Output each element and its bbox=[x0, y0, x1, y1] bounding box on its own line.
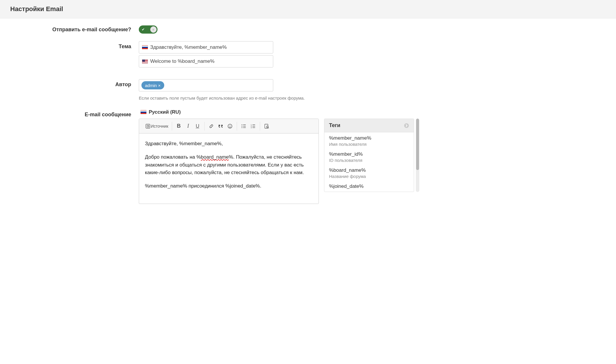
editor: Источник B I U bbox=[139, 119, 319, 204]
list-ul-icon bbox=[241, 124, 246, 129]
svg-point-2 bbox=[229, 125, 229, 126]
numbered-list-button[interactable]: 123 bbox=[249, 121, 257, 131]
scrollbar-thumb[interactable] bbox=[416, 119, 419, 170]
editor-paragraph: Добро пожаловать на %board_name%. Пожалу… bbox=[145, 153, 313, 176]
editor-content[interactable]: Здравствуйте, %member_name%, Добро пожал… bbox=[139, 134, 319, 204]
flag-us-icon bbox=[142, 59, 148, 63]
quote-button[interactable] bbox=[216, 121, 225, 131]
subject-input-ru[interactable]: Здравствуйте, %member_name% bbox=[139, 41, 273, 53]
tag-item[interactable]: %member_id% ID пользователя bbox=[324, 148, 414, 164]
preview-button[interactable] bbox=[262, 121, 271, 131]
send-email-label: Отправить e-mail сообщение? bbox=[10, 24, 139, 33]
toggle-knob: ≡ bbox=[150, 26, 157, 33]
send-email-toggle[interactable]: ✔ ≡ bbox=[139, 25, 158, 34]
subject-input-en[interactable]: Welcome to %board_name% bbox=[139, 55, 273, 67]
author-hint: Если оставить поле пустым будет использо… bbox=[139, 96, 419, 100]
source-icon bbox=[146, 124, 150, 129]
subject-label: Тема bbox=[10, 41, 139, 50]
section-header: Настройки Email bbox=[0, 0, 616, 18]
message-label: E-mail сообщение bbox=[10, 109, 139, 118]
tags-panel: Теги %member_name% Имя пользователя %mem… bbox=[324, 119, 419, 192]
flag-ru-icon bbox=[142, 45, 148, 49]
emoji-button[interactable] bbox=[226, 121, 234, 131]
chevron-right-icon bbox=[404, 123, 409, 128]
tags-header[interactable]: Теги bbox=[324, 119, 414, 132]
editor-paragraph: Здравствуйте, %member_name%, bbox=[145, 140, 313, 148]
bold-button[interactable]: B bbox=[174, 121, 183, 131]
list-ol-icon: 123 bbox=[250, 124, 256, 129]
svg-point-12 bbox=[404, 123, 409, 128]
editor-paragraph: %member_name% присоединился %joined_date… bbox=[145, 182, 313, 190]
svg-point-6 bbox=[241, 127, 242, 128]
svg-point-1 bbox=[228, 124, 232, 128]
tag-item[interactable]: %member_name% Имя пользователя bbox=[324, 132, 414, 148]
link-icon bbox=[209, 124, 214, 129]
author-chip[interactable]: admin × bbox=[141, 81, 164, 89]
section-title: Настройки Email bbox=[10, 5, 606, 13]
subject-en-value: Welcome to %board_name% bbox=[150, 58, 214, 64]
quote-icon bbox=[218, 124, 224, 129]
italic-button[interactable]: I bbox=[184, 121, 193, 131]
author-input[interactable]: admin × bbox=[139, 79, 273, 91]
form-area: Отправить e-mail сообщение? ✔ ≡ Тема Здр… bbox=[0, 18, 616, 223]
tag-item[interactable]: %joined_date% bbox=[324, 181, 414, 192]
svg-point-4 bbox=[241, 124, 242, 125]
flag-ru-icon bbox=[141, 110, 146, 114]
link-button[interactable] bbox=[207, 121, 216, 131]
underline-button[interactable]: U bbox=[193, 121, 202, 131]
svg-text:3: 3 bbox=[251, 127, 252, 129]
source-button[interactable]: Источник bbox=[144, 121, 169, 131]
smile-icon bbox=[227, 124, 233, 129]
author-label: Автор bbox=[10, 79, 139, 88]
bullet-list-button[interactable] bbox=[239, 121, 248, 131]
editor-toolbar: Источник B I U bbox=[139, 119, 319, 134]
svg-point-3 bbox=[230, 125, 231, 126]
subject-ru-value: Здравствуйте, %member_name% bbox=[150, 44, 227, 50]
tag-item[interactable]: %board_name% Название форума bbox=[324, 164, 414, 181]
magnifier-icon bbox=[264, 124, 269, 129]
check-icon: ✔ bbox=[142, 27, 145, 32]
svg-point-5 bbox=[241, 126, 242, 126]
tags-scrollbar[interactable] bbox=[416, 119, 419, 192]
language-label: Русский (RU) bbox=[139, 109, 419, 115]
